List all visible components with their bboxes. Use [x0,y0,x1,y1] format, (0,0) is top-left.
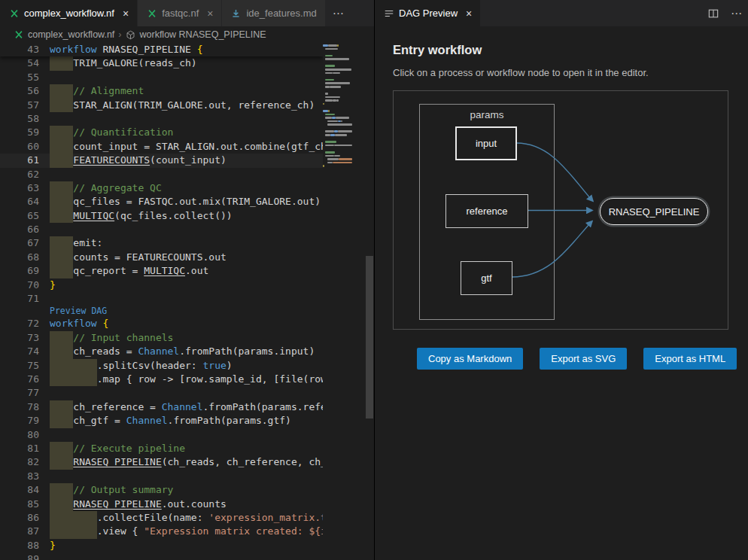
code-token: "Expression matrix created: ${it}" [144,525,323,538]
minimap-line [323,51,365,53]
code-token: // Alignment [73,84,144,98]
code-token: 'expression_matrix.txt' [208,511,323,525]
nextflow-file-icon [14,29,24,40]
minimap-line [323,75,365,78]
code-line: 88} [0,539,323,552]
indent-highlight [50,140,73,154]
indent-highlight [50,264,73,278]
line-text: // Alignment [50,84,144,98]
code-line: 55 [0,71,323,84]
line-text: } [50,539,56,552]
code-line: 83 [0,470,323,483]
minimap-line [323,55,365,57]
minimap-token [328,110,330,112]
line-text: qc_files = FASTQC.out.mix(TRIM_GALORE.ou… [50,195,321,208]
minimap-line [323,99,365,102]
minimap-line [323,86,365,88]
minimap[interactable] [323,44,365,560]
code-token: ch_gtf = [73,414,126,428]
minimap-line [323,145,365,147]
code-token: Channel [138,345,179,358]
code-line: 56// Alignment [0,84,323,98]
line-number: 72 [0,317,39,330]
close-tab-icon[interactable]: × [207,8,213,20]
indent-highlight [50,442,73,455]
line-number: 43 [0,43,39,56]
code-line: 81// Execute pipeline [0,442,323,455]
indent-highlight [50,455,73,469]
minimap-line [323,72,365,75]
minimap-token [325,79,334,81]
node-reference[interactable]: reference [445,194,528,228]
line-number: 67 [0,236,39,250]
line-text: // Quantification [50,126,173,139]
node-input[interactable]: input [455,126,517,160]
code-token: MULTIQC [144,264,185,278]
node-gtf[interactable]: gtf [461,261,512,295]
code-editor[interactable]: 43workflow RNASEQ_PIPELINE { 54TRIM_GALO… [0,43,374,560]
code-token: (count_input) [150,154,227,167]
tab-overflow-button[interactable]: ⋯ [326,0,351,26]
minimap-token [327,158,339,160]
code-token: .out.counts [162,498,227,511]
line-number: 75 [0,359,39,373]
code-line: 76.map { row -> [row.sample_id, [file(ro… [0,373,323,386]
scrollbar[interactable] [365,43,374,560]
indent-highlight [50,498,73,511]
line-text: // Execute pipeline [50,442,185,455]
node-rnaseq-pipeline[interactable]: RNASEQ_PIPELINE [600,198,708,225]
code-line: 89 [0,552,323,560]
code-token: true [203,359,227,373]
editor-tab-fastqc-nf[interactable]: fastqc.nf× [138,0,222,26]
preview-icon [383,8,394,19]
line-number: 77 [0,386,39,400]
more-actions-icon[interactable]: ⋯ [725,0,748,26]
minimap-line [323,130,365,132]
app-window: complex_workflow.nf×fastqc.nf×ide_featur… [0,0,748,560]
indent-highlight [50,331,73,345]
copy-as-markdown-button[interactable]: Copy as Markdown [417,348,523,370]
editor-tab-ide-features-md[interactable]: ide_features.md [222,0,325,26]
close-tab-icon[interactable]: × [123,8,129,20]
close-tab-icon[interactable]: × [466,8,472,20]
scrollbar-thumb[interactable] [366,256,373,418]
minimap-line [323,44,365,47]
code-token: ) [227,359,233,373]
split-editor-icon[interactable] [702,0,725,26]
export-as-html-button[interactable]: Export as HTML [643,348,737,370]
line-number: 79 [0,414,39,428]
line-text: .splitCsv(header: true) [50,359,233,373]
indent-highlight [50,126,73,139]
indent-highlight [50,483,73,497]
line-text: RNASEQ_PIPELINE.out.counts [50,498,227,511]
minimap-line [323,127,365,129]
minimap-line [323,141,365,143]
breadcrumb-symbol[interactable]: workflow RNASEQ_PIPELINE [140,29,266,40]
indent-highlight [50,236,73,250]
editor-tab-complex-workflow-nf[interactable]: complex_workflow.nf× [0,0,138,26]
indent-highlight [50,56,73,70]
indent-highlight [50,181,73,195]
workflow-symbol-icon [126,29,136,40]
codelens-preview-dag[interactable]: Preview DAG [0,306,323,317]
tab-dag-preview[interactable]: DAG Preview × [375,0,481,26]
line-number: 69 [0,264,39,278]
indent-highlight [50,400,73,414]
code-token: // Quantification [73,126,173,139]
editor-tab-bar: complex_workflow.nf×fastqc.nf×ide_featur… [0,0,374,26]
minimap-token [337,44,339,47]
sticky-scroll-line[interactable]: 43workflow RNASEQ_PIPELINE { [0,43,323,56]
code-token: emit: [73,236,102,250]
export-as-svg-button[interactable]: Export as SVG [540,348,627,370]
minimap-token [325,134,330,136]
code-line: 82RNASEQ_PIPELINE(ch_reads, ch_reference… [0,455,323,469]
line-number: 63 [0,181,39,195]
minimap-line [323,123,365,126]
minimap-line [323,48,365,50]
line-text: RNASEQ_PIPELINE(ch_reads, ch_reference, … [50,455,323,469]
minimap-token [327,123,352,126]
code-line: 69qc_report = MULTIQC.out [0,264,323,278]
minimap-line [323,68,365,71]
panel-description: Click on a process or workflow node to o… [393,67,730,78]
breadcrumb-file[interactable]: complex_workflow.nf [28,29,114,40]
